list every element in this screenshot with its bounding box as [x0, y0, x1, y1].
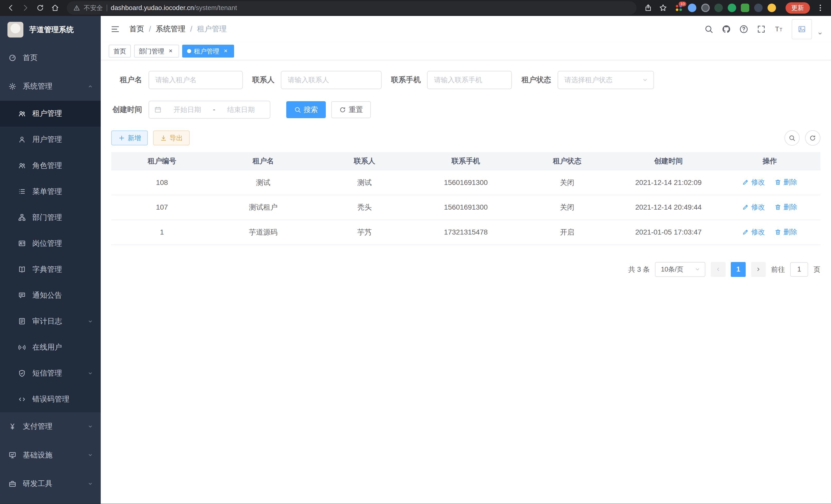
- url-text: dashboard.yudao.iocoder.cn/system/tenant: [111, 4, 237, 11]
- sidebar-item-notice-announcement[interactable]: 通知公告: [0, 282, 101, 308]
- export-button[interactable]: 导出: [153, 130, 190, 145]
- cell-actions: 修改删除: [719, 170, 820, 195]
- sidebar-item-online-users[interactable]: 在线用户: [0, 334, 101, 360]
- sidebar-item-label: 支付管理: [23, 421, 81, 432]
- sidebar-item-label: 首页: [23, 53, 93, 63]
- edit-link[interactable]: 修改: [742, 202, 765, 212]
- next-page-button[interactable]: [751, 262, 766, 277]
- tenant-name-label: 租户名: [111, 75, 148, 85]
- fullscreen-icon[interactable]: [757, 25, 766, 34]
- extension-icon[interactable]: [714, 4, 723, 12]
- sidebar-item-infrastructure[interactable]: 基础设施: [0, 441, 101, 469]
- filter-form: 租户名 联系人 联系手机 租户状态 请选择租户状态: [111, 71, 821, 119]
- extension-icon[interactable]: [728, 4, 736, 12]
- users-icon: [18, 110, 26, 118]
- breadcrumb-separator: /: [190, 25, 192, 33]
- cell-contact: 芋艿: [314, 220, 415, 245]
- search-button[interactable]: 搜索: [286, 101, 326, 118]
- sidebar-item-dev-tools[interactable]: 研发工具: [0, 469, 101, 498]
- sidebar-item-label: 短信管理: [32, 368, 81, 378]
- mobile-input[interactable]: [427, 71, 512, 89]
- github-icon[interactable]: [722, 25, 731, 34]
- delete-link[interactable]: 删除: [774, 202, 797, 212]
- sidebar-item-dept-management[interactable]: 部门管理: [0, 205, 101, 230]
- browser-reload-icon[interactable]: [34, 2, 47, 14]
- hamburger-icon[interactable]: [109, 23, 122, 36]
- help-icon[interactable]: [739, 25, 748, 34]
- tenant-status-select[interactable]: 请选择租户状态: [557, 71, 654, 89]
- breadcrumb-system[interactable]: 系统管理: [156, 24, 185, 34]
- browser-chrome: 不安全 dashboard.yudao.iocoder.cn/system/te…: [0, 0, 831, 16]
- cell-actions: 修改删除: [719, 220, 820, 245]
- sidebar-item-system-management[interactable]: 系统管理: [0, 72, 101, 101]
- column-header: 操作: [719, 152, 820, 170]
- font-size-icon[interactable]: TT: [774, 25, 783, 34]
- sidebar-item-label: 基础设施: [23, 450, 81, 460]
- browser-forward-icon[interactable]: [19, 2, 32, 14]
- page-1-button[interactable]: 1: [731, 262, 746, 277]
- sidebar-item-tenant-management[interactable]: 租户管理: [0, 101, 101, 127]
- bookmark-star-icon[interactable]: [657, 2, 669, 14]
- tag-tenant-management[interactable]: 租户管理×: [182, 45, 234, 58]
- tenant-name-input[interactable]: [148, 71, 243, 89]
- goto-page-input[interactable]: [790, 262, 808, 277]
- extension-icon[interactable]: [688, 4, 696, 12]
- sidebar-item-audit-log[interactable]: 审计日志: [0, 308, 101, 334]
- add-button[interactable]: 新增: [111, 130, 148, 145]
- delete-link[interactable]: 删除: [774, 178, 797, 187]
- page-content: 租户名 联系人 联系手机 租户状态 请选择租户状态: [101, 60, 831, 504]
- page-size-select[interactable]: 10条/页: [655, 262, 705, 277]
- header-search-icon[interactable]: [704, 25, 713, 34]
- edit-link[interactable]: 修改: [742, 178, 765, 187]
- close-icon[interactable]: ×: [167, 48, 174, 55]
- tag-home[interactable]: 首页: [109, 45, 131, 58]
- extension-icon[interactable]: 10: [675, 4, 683, 12]
- reset-button[interactable]: 重置: [331, 101, 371, 118]
- chevron-down-icon: [87, 481, 93, 487]
- sidebar-item-dict-management[interactable]: 字典管理: [0, 256, 101, 282]
- online-icon: [18, 344, 26, 351]
- edit-link[interactable]: 修改: [742, 227, 765, 237]
- share-icon[interactable]: [642, 2, 655, 14]
- toggle-search-button[interactable]: [784, 130, 800, 146]
- plus-icon: [118, 135, 125, 142]
- browser-menu-icon[interactable]: [814, 2, 827, 14]
- extension-icon[interactable]: [768, 4, 776, 12]
- user-avatar[interactable]: [792, 19, 812, 39]
- sidebar-item-sms-management[interactable]: 短信管理: [0, 360, 101, 386]
- avatar-caret-icon[interactable]: [817, 31, 823, 36]
- extension-icon[interactable]: [754, 4, 763, 12]
- breadcrumb: 首页 / 系统管理 / 租户管理: [129, 24, 227, 34]
- contact-input[interactable]: [281, 71, 381, 89]
- cell-actions: 修改删除: [719, 195, 820, 220]
- create-time-range-picker[interactable]: 开始日期 - 结束日期: [148, 101, 270, 119]
- svg-text:T: T: [775, 25, 779, 33]
- chevron-down-icon: [87, 370, 93, 376]
- close-icon[interactable]: ×: [222, 48, 229, 55]
- breadcrumb-home[interactable]: 首页: [129, 24, 144, 34]
- sidebar-item-home[interactable]: 首页: [0, 43, 101, 72]
- cell-tenant-name: 测试租户: [212, 195, 314, 220]
- prev-page-button[interactable]: [711, 262, 726, 277]
- page-size-value: 10条/页: [661, 265, 694, 274]
- chevron-up-icon: [87, 84, 93, 89]
- sidebar-item-error-code-management[interactable]: 错误码管理: [0, 386, 101, 412]
- extension-icon[interactable]: [701, 4, 710, 12]
- table-header-row: 租户编号 租户名 联系人 联系手机 租户状态 创建时间 操作: [111, 152, 821, 170]
- sidebar-item-user-management[interactable]: 用户管理: [0, 127, 101, 153]
- sidebar-item-payment-management[interactable]: 支付管理: [0, 412, 101, 441]
- sidebar-item-menu-management[interactable]: 菜单管理: [0, 179, 101, 205]
- refresh-table-button[interactable]: [805, 130, 821, 146]
- app-logo: 芋道管理系统: [0, 16, 101, 43]
- tag-dept-management[interactable]: 部门管理×: [134, 45, 179, 58]
- sidebar-item-label: 审计日志: [32, 316, 81, 326]
- sidebar-item-role-management[interactable]: 角色管理: [0, 153, 101, 179]
- browser-home-icon[interactable]: [49, 2, 62, 14]
- sidebar-item-post-management[interactable]: 岗位管理: [0, 230, 101, 256]
- pagination-total: 共 3 条: [628, 265, 650, 274]
- delete-link[interactable]: 删除: [774, 227, 797, 237]
- chrome-update-button[interactable]: 更新: [785, 2, 810, 13]
- browser-back-icon[interactable]: [4, 2, 17, 14]
- address-bar[interactable]: 不安全 dashboard.yudao.iocoder.cn/system/te…: [67, 1, 636, 14]
- extension-icon[interactable]: [741, 4, 749, 12]
